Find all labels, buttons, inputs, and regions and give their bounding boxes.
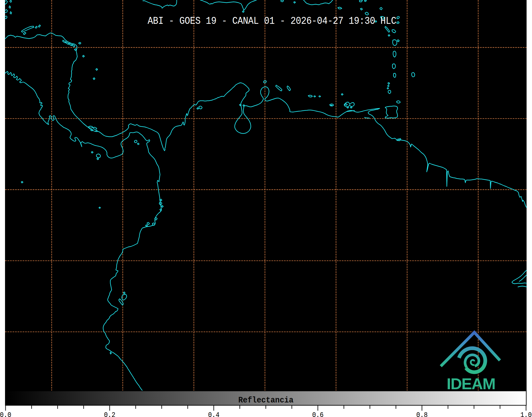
svg-text:1.0: 1.0 (520, 411, 532, 417)
svg-text:Reflectancia: Reflectancia (238, 396, 294, 405)
svg-text:0.4: 0.4 (208, 411, 219, 417)
svg-text:ABI - GOES 19 - CANAL 01 - 202: ABI - GOES 19 - CANAL 01 - 2026-04-27 19… (148, 15, 396, 27)
svg-text:0.8: 0.8 (416, 411, 428, 417)
svg-text:0.0: 0.0 (0, 411, 11, 417)
svg-text:0.2: 0.2 (104, 411, 115, 417)
svg-text:IDEAM: IDEAM (447, 375, 495, 393)
svg-text:0.6: 0.6 (312, 411, 324, 417)
